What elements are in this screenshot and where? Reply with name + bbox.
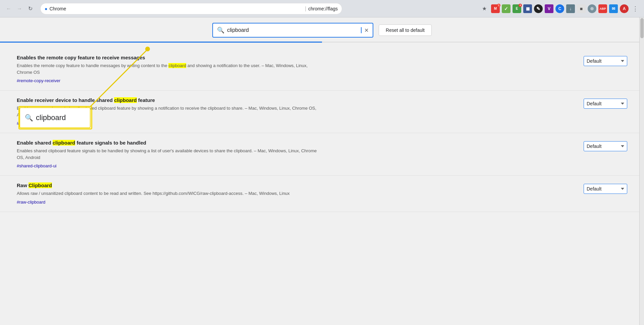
flag-info-1: Enables the remote copy feature to recei… bbox=[17, 55, 319, 84]
search-box[interactable]: 🔍 clipboard ✕ bbox=[212, 23, 373, 38]
browser-toolbar: ← → ↻ ● Chrome | chrome://flags ★ M 1 ✓ … bbox=[0, 0, 644, 17]
flag-desc-3: Enables shared clipboard feature signals… bbox=[17, 148, 319, 161]
flag-item-raw-clipboard: Raw Clipboard Allows raw / unsanitized c… bbox=[0, 176, 644, 212]
flag-select-container-3: Default Enabled Disabled bbox=[584, 140, 627, 151]
search-cursor bbox=[361, 27, 362, 33]
flag-desc-1: Enables the remote copy feature to handl… bbox=[17, 62, 319, 75]
ext-icon-10[interactable]: ◎ bbox=[588, 4, 596, 13]
flag-item-shared-clipboard-receiver: Enable receiver device to handle shared … bbox=[0, 91, 644, 133]
highlight-clipboard-1: clipboard bbox=[168, 63, 186, 68]
flag-info-2: Enable receiver device to handle shared … bbox=[17, 97, 319, 126]
flag-item-shared-clipboard-ui: Enable shared clipboard feature signals … bbox=[0, 133, 644, 176]
flag-link-3[interactable]: #shared-clipboard-ui bbox=[17, 163, 57, 168]
ext-icon-7[interactable]: C bbox=[555, 4, 564, 13]
ext-mail[interactable]: ✉ bbox=[609, 4, 618, 13]
bookmark-icon[interactable]: ★ bbox=[480, 4, 489, 13]
flag-info-4: Raw Clipboard Allows raw / unsanitized c… bbox=[17, 182, 319, 205]
flag-select-3[interactable]: Default Enabled Disabled bbox=[584, 141, 627, 151]
highlight-clipboard-3: clipboard bbox=[53, 140, 75, 146]
address-bar[interactable]: ● Chrome | chrome://flags bbox=[40, 3, 342, 14]
reset-all-button[interactable]: Reset all to default bbox=[379, 24, 432, 36]
reload-button[interactable]: ↻ bbox=[25, 4, 35, 13]
flags-list: Enables the remote copy feature to recei… bbox=[0, 43, 644, 325]
flag-title-4: Raw Clipboard bbox=[17, 182, 319, 188]
flag-link-1[interactable]: #remote-copy-receiver bbox=[17, 78, 60, 83]
ext-icon-3[interactable]: E 4 bbox=[513, 4, 521, 13]
chrome-menu-icon[interactable]: ⋮ bbox=[631, 4, 640, 13]
search-clear-button[interactable]: ✕ bbox=[364, 27, 369, 34]
flag-item-remote-copy: Enables the remote copy feature to recei… bbox=[0, 48, 644, 91]
flag-select-container-1: Default Enabled Disabled bbox=[584, 55, 627, 66]
page-scrollbar[interactable] bbox=[639, 17, 644, 325]
flag-title-3: Enable shared clipboard feature signals … bbox=[17, 140, 319, 146]
flag-title-1: Enables the remote copy feature to recei… bbox=[17, 55, 319, 60]
flag-desc-4: Allows raw / unsanitized clipboard conte… bbox=[17, 190, 319, 197]
ext-abp[interactable]: ABP bbox=[598, 4, 607, 13]
ext-icon-8[interactable]: ↓ bbox=[566, 4, 575, 13]
nav-buttons: ← → ↻ bbox=[4, 4, 35, 13]
page-content: 🔍 clipboard ✕ Reset all to default Enabl… bbox=[0, 17, 644, 325]
flag-info-3: Enable shared clipboard feature signals … bbox=[17, 140, 319, 169]
ext-icon-6[interactable]: V bbox=[545, 4, 553, 13]
flag-select-4[interactable]: Default Enabled Disabled bbox=[584, 184, 627, 194]
address-separator: | bbox=[305, 6, 306, 12]
ext-icon-1[interactable]: M 1 bbox=[491, 4, 500, 13]
address-url: chrome://flags bbox=[308, 6, 338, 11]
search-icon: 🔍 bbox=[217, 26, 224, 34]
flag-select-container-2: Default Enabled Disabled bbox=[584, 97, 627, 109]
flag-select-1[interactable]: Default Enabled Disabled bbox=[584, 56, 627, 66]
ext-icon-4[interactable]: ▩ bbox=[523, 4, 532, 13]
flag-title-2: Enable receiver device to handle shared … bbox=[17, 97, 319, 103]
site-icon: ● bbox=[45, 6, 47, 11]
back-button[interactable]: ← bbox=[4, 4, 13, 13]
highlight-clipboard-4: Clipboard bbox=[29, 182, 52, 188]
ext-icon-5[interactable]: ✎ bbox=[534, 4, 543, 13]
address-site-name: Chrome bbox=[49, 6, 303, 11]
ext-icon-9[interactable]: ■ bbox=[577, 4, 586, 13]
flag-link-2[interactable]: #shared-clipboard-receiver bbox=[17, 121, 69, 126]
flag-select-container-4: Default Enabled Disabled bbox=[584, 182, 627, 194]
toolbar-right: ★ M 1 ✓ E 4 ▩ ✎ V C ↓ ■ ◎ ABP ✉ A ⋮ bbox=[480, 4, 640, 13]
avatar[interactable]: A bbox=[620, 4, 629, 13]
scrollbar-thumb bbox=[640, 18, 644, 38]
forward-button[interactable]: → bbox=[15, 4, 24, 13]
search-area: 🔍 clipboard ✕ Reset all to default bbox=[0, 17, 644, 38]
flag-select-2[interactable]: Default Enabled Disabled bbox=[584, 99, 627, 109]
search-input-value: clipboard bbox=[227, 27, 358, 33]
flag-desc-2: Enables receiver device to handle shared… bbox=[17, 105, 319, 118]
ext-icon-2[interactable]: ✓ bbox=[502, 4, 511, 13]
flag-link-4[interactable]: #raw-clipboard bbox=[17, 200, 45, 205]
highlight-clipboard-2: clipboard bbox=[114, 97, 137, 103]
